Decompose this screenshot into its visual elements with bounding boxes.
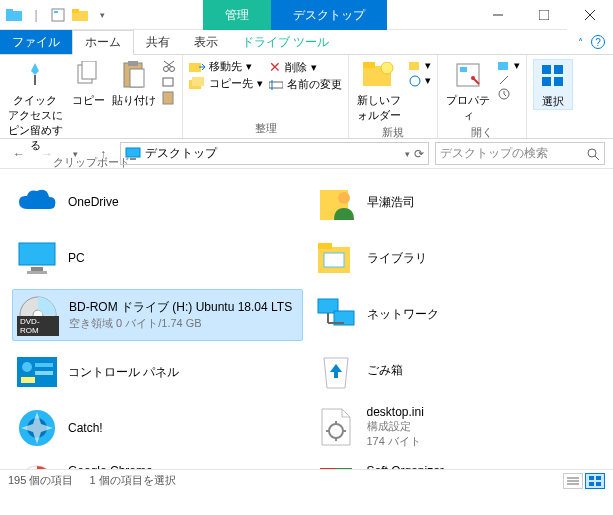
item-name: Catch! <box>68 421 103 435</box>
file-item[interactable]: Soft Organizerショートカット1.15 KB <box>311 459 602 469</box>
folder-icon[interactable] <box>72 7 88 23</box>
file-item[interactable]: Catch! <box>12 403 303 453</box>
file-item[interactable]: PC <box>12 233 303 283</box>
properties-label: プロパティ <box>444 93 492 123</box>
item-text: Catch! <box>68 421 103 435</box>
item-name: desktop.ini <box>367 405 424 419</box>
svg-rect-82 <box>596 476 601 480</box>
quick-access-toolbar: | ▾ <box>0 7 110 23</box>
svg-rect-83 <box>589 482 594 486</box>
svg-rect-84 <box>596 482 601 486</box>
svg-rect-20 <box>163 78 173 86</box>
copy-to-button[interactable]: コピー先 ▾ <box>189 76 263 91</box>
address-bar[interactable]: デスクトップ ▾ ⟳ <box>120 142 429 165</box>
new-extras: ▾ ▾ <box>409 59 431 87</box>
tab-share[interactable]: 共有 <box>134 30 182 54</box>
svg-rect-37 <box>542 65 551 74</box>
rename-button[interactable]: 名前の変更 <box>269 77 342 92</box>
open-button[interactable]: ▾ <box>498 59 520 72</box>
file-item[interactable]: ごみ箱 <box>311 345 602 395</box>
search-icon[interactable] <box>586 147 600 161</box>
recent-dropdown[interactable]: ▾ <box>64 143 86 165</box>
left-column: OneDrivePCDVD-ROMBD-ROM ドライブ (H:) Ubuntu… <box>12 177 303 461</box>
cut-button[interactable] <box>162 59 176 73</box>
item-name: PC <box>68 251 85 265</box>
collapse-ribbon-icon[interactable]: ˄ <box>578 37 583 48</box>
tab-file[interactable]: ファイル <box>0 30 72 54</box>
history-button[interactable] <box>498 88 520 100</box>
back-button[interactable]: ← <box>8 143 30 165</box>
easy-access-button[interactable]: ▾ <box>409 74 431 87</box>
pin-quick-access-button[interactable]: クイック アクセスにピン留めする <box>6 59 64 153</box>
copy-path-button[interactable] <box>162 75 176 89</box>
address-dropdown-icon[interactable]: ▾ <box>405 149 410 159</box>
item-icon <box>16 407 58 449</box>
new-item-button[interactable]: ▾ <box>409 59 431 72</box>
item-text: コントロール パネル <box>68 364 179 381</box>
tab-home[interactable]: ホーム <box>72 30 134 55</box>
delete-label: 削除 <box>285 60 307 75</box>
qat-dropdown-icon[interactable]: ▾ <box>94 7 110 23</box>
item-text: Soft Organizerショートカット1.15 KB <box>367 464 444 470</box>
file-item[interactable]: ネットワーク <box>311 289 602 339</box>
forward-button[interactable]: → <box>36 143 58 165</box>
select-button[interactable]: 選択 <box>533 59 573 110</box>
ribbon-group-organize: 移動先 ▾ コピー先 ▾ ✕削除 ▾ 名前の変更 整理 <box>183 55 349 138</box>
copy-button[interactable]: コピー <box>70 59 106 108</box>
svg-point-29 <box>381 62 393 74</box>
delete-button[interactable]: ✕削除 ▾ <box>269 59 342 75</box>
search-bar[interactable]: デスクトップの検索 <box>435 142 605 165</box>
open-group-label: 開く <box>444 123 520 140</box>
svg-line-44 <box>595 156 599 160</box>
file-item[interactable]: DVD-ROMBD-ROM ドライブ (H:) Ubuntu 18.04 LTS… <box>12 289 303 341</box>
svg-rect-66 <box>324 253 344 267</box>
item-icon <box>16 237 58 279</box>
file-item[interactable]: 早瀬浩司 <box>311 177 602 227</box>
manage-tab[interactable]: 管理 <box>203 0 271 30</box>
explorer-icon <box>6 7 22 23</box>
item-text: OneDrive <box>68 195 119 209</box>
svg-rect-39 <box>542 77 551 86</box>
item-text: ごみ箱 <box>367 362 403 379</box>
item-text: Google Chromeショートカット2.26 KB <box>68 464 153 470</box>
svg-rect-24 <box>192 77 204 86</box>
move-to-button[interactable]: 移動先 ▾ <box>189 59 263 74</box>
file-item[interactable]: コントロール パネル <box>12 347 303 397</box>
select-label: 選択 <box>542 94 564 109</box>
svg-rect-42 <box>130 158 136 160</box>
svg-rect-30 <box>409 62 419 70</box>
item-text: 早瀬浩司 <box>367 194 415 211</box>
new-folder-button[interactable]: 新しいフォルダー <box>355 59 403 123</box>
svg-point-16 <box>164 67 169 72</box>
minimize-button[interactable] <box>475 0 521 30</box>
properties-icon[interactable] <box>50 7 66 23</box>
maximize-button[interactable] <box>521 0 567 30</box>
tab-drive-tools[interactable]: ドライブ ツール <box>230 30 341 54</box>
select-group-label <box>533 134 573 136</box>
ribbon-group-clipboard: クイック アクセスにピン留めする コピー 貼り付け クリップボード <box>0 55 183 138</box>
svg-point-43 <box>588 149 596 157</box>
close-button[interactable] <box>567 0 613 30</box>
tiles-view-button[interactable] <box>585 473 605 489</box>
refresh-icon[interactable]: ⟳ <box>414 147 424 161</box>
svg-point-51 <box>22 362 32 372</box>
item-text: desktop.ini構成設定174 バイト <box>367 405 424 449</box>
paste-button[interactable]: 貼り付け <box>112 59 156 108</box>
file-item[interactable]: Google Chromeショートカット2.26 KB <box>12 459 303 469</box>
paste-icon <box>118 59 150 91</box>
properties-button[interactable]: プロパティ <box>444 59 492 123</box>
paste-shortcut-button[interactable] <box>162 91 176 105</box>
view-switcher <box>563 473 605 489</box>
tab-view[interactable]: 表示 <box>182 30 230 54</box>
file-item[interactable]: desktop.ini構成設定174 バイト <box>311 401 602 453</box>
file-item[interactable]: OneDrive <box>12 177 303 227</box>
file-item[interactable]: ライブラリ <box>311 233 602 283</box>
help-icon[interactable]: ? <box>591 35 605 49</box>
item-text: BD-ROM ドライブ (H:) Ubuntu 18.04 LTS空き領域 0 … <box>69 299 292 331</box>
svg-rect-40 <box>554 77 563 86</box>
details-view-button[interactable] <box>563 473 583 489</box>
svg-rect-73 <box>336 468 352 469</box>
svg-rect-5 <box>72 9 79 13</box>
edit-button[interactable] <box>498 74 520 86</box>
up-button[interactable]: ↑ <box>92 143 114 165</box>
